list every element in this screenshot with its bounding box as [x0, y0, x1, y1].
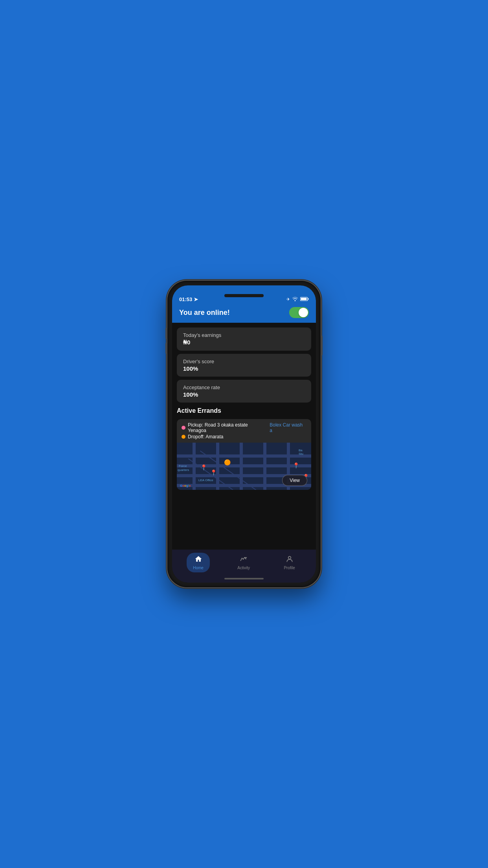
map-label-lea: LEA Office	[198, 478, 213, 482]
online-toggle[interactable]	[289, 307, 309, 318]
home-icon	[194, 555, 202, 565]
main-content: Today's earnings ₦0 Driver's score 100% …	[172, 323, 316, 550]
airplane-icon: ✈	[286, 297, 290, 302]
score-label: Driver's score	[183, 359, 305, 364]
map-visual: Force quarters LEA Office BaStu 📍 🟠 📍 📍 …	[177, 443, 311, 490]
bottom-navigation: Home Activity Profile	[172, 550, 316, 576]
acceptance-value: 100%	[183, 391, 305, 398]
google-watermark: Google	[180, 484, 191, 487]
camera-notch	[224, 294, 264, 297]
map-label-ba-stu: BaStu	[299, 449, 303, 456]
earnings-value: ₦0	[183, 339, 305, 346]
acceptance-card: Acceptance rate 100%	[177, 380, 311, 403]
map-label-force: Force	[179, 464, 187, 468]
nav-activity[interactable]: Activity	[231, 553, 256, 572]
status-icons: ✈	[286, 297, 309, 302]
header: You are online!	[172, 305, 316, 323]
acceptance-label: Acceptance rate	[183, 384, 305, 390]
home-nav-label: Home	[193, 566, 204, 570]
map-pin-1: 📍	[200, 464, 207, 471]
svg-point-3	[288, 556, 291, 559]
activity-nav-label: Activity	[237, 566, 250, 570]
pickup-row: Pickup: Road 3 okaka estate Yenagoa Bole…	[182, 422, 306, 433]
pickup-text: Pickup: Road 3 okaka estate Yenagoa	[188, 422, 267, 433]
score-card: Driver's score 100%	[177, 354, 311, 377]
wifi-icon	[292, 297, 298, 302]
map-label-quarters: quarters	[178, 468, 189, 472]
profile-nav-label: Profile	[284, 566, 295, 570]
battery-icon	[300, 297, 309, 302]
dropoff-text: Dropoff: Amarata	[188, 434, 224, 440]
phone-frame: 01:53 ➤ ✈	[167, 281, 321, 587]
map-pin-3: 📍	[210, 469, 217, 476]
location-arrow-icon: ➤	[194, 296, 198, 302]
pickup-label: Pickup:	[188, 422, 203, 428]
svg-rect-1	[308, 298, 309, 300]
activity-icon	[240, 555, 248, 565]
earnings-card: Today's earnings ₦0	[177, 327, 311, 351]
home-bar	[224, 578, 264, 579]
nav-home[interactable]: Home	[187, 553, 210, 572]
nav-profile[interactable]: Profile	[277, 553, 301, 572]
pickup-dot	[182, 426, 185, 430]
dropoff-label: Dropoff:	[188, 434, 204, 440]
toggle-knob	[299, 308, 308, 317]
map-pin-orange: 🟠	[224, 459, 231, 465]
dropoff-dot	[182, 435, 185, 439]
errand-info: Pickup: Road 3 okaka estate Yenagoa Bole…	[177, 419, 311, 443]
dropoff-row: Dropoff: Amarata	[182, 434, 306, 440]
dropoff-location: Amarata	[205, 434, 223, 440]
nearby-text: Bolex Car wash a	[270, 422, 306, 433]
online-status-text: You are online!	[179, 309, 230, 317]
status-time: 01:53 ➤	[179, 296, 198, 302]
svg-rect-2	[301, 298, 307, 300]
home-indicator	[172, 576, 316, 583]
profile-icon	[286, 555, 294, 565]
earnings-label: Today's earnings	[183, 332, 305, 338]
score-value: 100%	[183, 365, 305, 372]
view-errand-button[interactable]: View	[282, 475, 307, 486]
active-errands-title: Active Errands	[177, 407, 311, 414]
map-pin-2: 📍	[293, 462, 299, 469]
phone-screen: 01:53 ➤ ✈	[172, 285, 316, 583]
errand-map-card: Pickup: Road 3 okaka estate Yenagoa Bole…	[177, 419, 311, 490]
time-display: 01:53	[179, 296, 192, 302]
